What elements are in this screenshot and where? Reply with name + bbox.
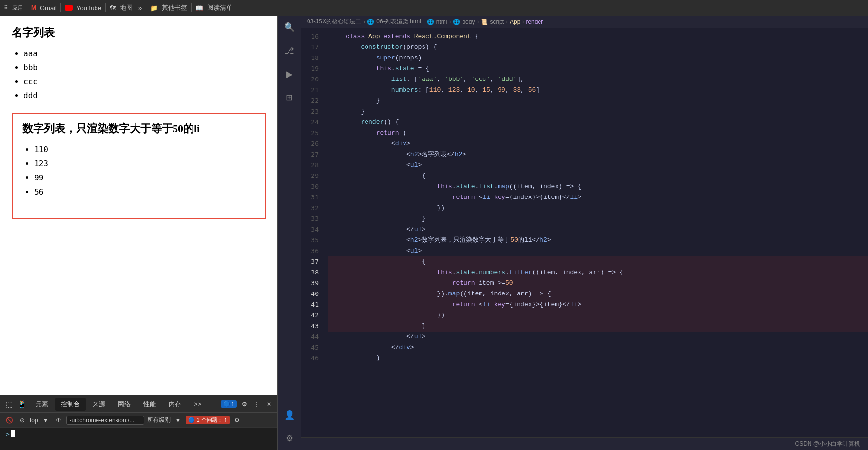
- clear-icon[interactable]: 🚫: [4, 416, 15, 425]
- divider3: [105, 3, 106, 12]
- list-item: 99: [34, 171, 255, 185]
- issues-label: 1 个问题：: [196, 416, 222, 424]
- reading-list-label[interactable]: 阅读清单: [207, 3, 232, 12]
- account-icon[interactable]: 👤: [282, 407, 297, 423]
- editor-breadcrumb: 03-JSX的核心语法二 › 🌐 06-列表渲染.html › 🌐 html ›…: [301, 16, 868, 28]
- breadcrumb-script: 📜: [481, 19, 488, 25]
- level-dropdown[interactable]: ▼: [174, 416, 183, 425]
- issues-icon2: 🔵: [188, 417, 195, 423]
- tab-sources[interactable]: 来源: [87, 398, 111, 411]
- line-num-44: 44: [301, 332, 325, 342]
- line-num-36: 36: [301, 246, 325, 256]
- code-line-32: }): [330, 203, 868, 214]
- list-item: 123: [34, 157, 255, 171]
- line-num-30: 30: [301, 181, 325, 192]
- code-line-23: }: [330, 106, 868, 117]
- context-label: top: [30, 417, 38, 424]
- list-item: aaa: [23, 47, 266, 61]
- line-num-20: 20: [301, 74, 325, 85]
- tab-elements[interactable]: 元素: [30, 398, 54, 411]
- line-num-22: 22: [301, 96, 325, 106]
- tab-memory[interactable]: 内存: [163, 398, 187, 411]
- code-line-36: <ul>: [330, 246, 868, 256]
- settings-icon2[interactable]: ⚙: [232, 416, 242, 425]
- code-lines: class App extends React.Component { cons…: [325, 28, 868, 437]
- settings-icon[interactable]: ⚙: [240, 400, 249, 409]
- extensions-icon[interactable]: ⊞: [282, 90, 297, 105]
- code-line-37: {: [328, 256, 868, 267]
- settings-icon3[interactable]: ⚙: [282, 430, 297, 446]
- youtube-label[interactable]: YouTube: [77, 4, 101, 12]
- close-icon[interactable]: ✕: [265, 400, 273, 409]
- more-bookmarks[interactable]: »: [138, 4, 142, 12]
- browser-preview: 名字列表 aaa bbb ccc ddd 数字列表，只渲染数字大于等于50的li…: [0, 16, 278, 450]
- code-line-33: }: [330, 214, 868, 224]
- name-list: aaa bbb ccc ddd: [12, 47, 266, 103]
- context-dropdown[interactable]: ▼: [41, 416, 51, 425]
- code-line-28: <ul>: [330, 160, 868, 171]
- line-num-35: 35: [301, 235, 325, 246]
- editor-sidebar: 🔍 ⎇ ▶ ⊞ 👤 ⚙: [278, 16, 301, 450]
- issues-count: 1: [231, 401, 234, 407]
- tab-more[interactable]: >>: [188, 398, 207, 410]
- breadcrumb-body: body: [462, 19, 475, 25]
- issues-toolbar-badge[interactable]: 🔵 1 个问题： 1: [186, 416, 229, 424]
- eye-icon[interactable]: 👁: [54, 416, 63, 425]
- line-num-26: 26: [301, 138, 325, 149]
- line-num-25: 25: [301, 128, 325, 138]
- line-num-32: 32: [301, 203, 325, 214]
- divider5: [191, 3, 192, 12]
- code-line-38: this.state.numbers.filter((item, index, …: [328, 267, 868, 278]
- number-list-box: 数字列表，只渲染数字大于等于50的li 110 123 99 56: [12, 113, 266, 219]
- list-item: bbb: [23, 61, 266, 75]
- editor-body: 16 17 18 19 20 21 22 23 24 25 26 27 28 2…: [301, 28, 868, 437]
- code-line-29: {: [330, 171, 868, 181]
- code-line-25: return (: [330, 128, 868, 138]
- tab-performance[interactable]: 性能: [137, 398, 162, 411]
- line-num-28: 28: [301, 160, 325, 171]
- name-list-title: 名字列表: [12, 25, 266, 40]
- code-line-43: }: [328, 321, 868, 332]
- devtools-toolbar: 🚫 ⊘ top ▼ 👁 所有级别 ▼ 🔵 1 个问题： 1 ⚙: [0, 413, 277, 428]
- code-line-26: <div>: [330, 138, 868, 149]
- line-num-45: 45: [301, 342, 325, 353]
- line-num-38: 38: [301, 267, 325, 278]
- device-icon[interactable]: 📱: [16, 399, 29, 410]
- gmail-label[interactable]: Gmail: [40, 4, 57, 12]
- issues-icon: 🔵: [223, 401, 230, 407]
- map-icon: 🗺: [110, 4, 116, 12]
- filter-input[interactable]: [66, 416, 144, 425]
- issues-badge[interactable]: 🔵 1: [221, 400, 237, 408]
- youtube-icon: [65, 5, 73, 11]
- devtools-tabs: ⬚ 📱 元素 控制台 来源 网络 性能 内存 >> 🔵 1 ⚙ ⋮ ✕: [0, 395, 277, 413]
- breadcrumb-html: html: [436, 19, 447, 25]
- line-num-37: 37: [301, 256, 325, 267]
- line-num-23: 23: [301, 106, 325, 117]
- map-label[interactable]: 地图: [120, 3, 133, 12]
- divider: [27, 3, 27, 12]
- console-prompt: >: [6, 430, 10, 438]
- line-num-42: 42: [301, 310, 325, 321]
- code-line-35: <h2>数字列表，只渲染数字大于等于50的li</h2>: [330, 235, 868, 246]
- list-item: ddd: [23, 89, 266, 103]
- line-num-18: 18: [301, 53, 325, 63]
- line-num-24: 24: [301, 117, 325, 128]
- filter-icon[interactable]: ⊘: [18, 416, 27, 425]
- run-icon[interactable]: ▶: [282, 66, 297, 82]
- other-bookmarks-label[interactable]: 其他书签: [162, 3, 187, 12]
- console-cursor: [11, 430, 15, 437]
- more-options-icon[interactable]: ⋮: [252, 400, 262, 409]
- line-num-39: 39: [301, 278, 325, 289]
- code-line-27: <h2>名字列表</h2>: [330, 149, 868, 160]
- inspect-icon[interactable]: ⬚: [4, 399, 15, 410]
- number-list-title: 数字列表，只渲染数字大于等于50的li: [22, 121, 255, 136]
- apps-icon[interactable]: ⠿: [4, 4, 8, 11]
- tab-console[interactable]: 控制台: [55, 398, 86, 411]
- devtools-panel: ⬚ 📱 元素 控制台 来源 网络 性能 内存 >> 🔵 1 ⚙ ⋮ ✕: [0, 395, 277, 450]
- code-line-30: this.state.list.map((item, index) => {: [330, 181, 868, 192]
- breadcrumb-script-label: script: [490, 19, 504, 25]
- search-icon[interactable]: 🔍: [282, 20, 297, 35]
- tab-network[interactable]: 网络: [112, 398, 136, 411]
- git-icon[interactable]: ⎇: [282, 43, 297, 59]
- code-line-46: ): [330, 353, 868, 364]
